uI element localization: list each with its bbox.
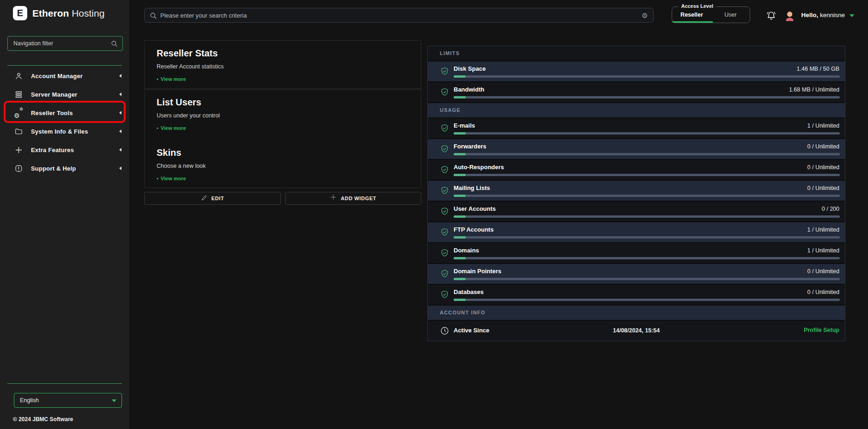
user-avatar[interactable] <box>783 9 796 24</box>
shield-check-icon <box>440 87 449 97</box>
add-widget-button[interactable]: ADD WIDGET <box>285 192 422 205</box>
tab-reseller[interactable]: Reseller <box>672 12 711 18</box>
caret-down-icon <box>112 399 116 402</box>
chevron-left-icon <box>119 74 121 78</box>
global-search-input[interactable] <box>145 8 653 22</box>
shield-check-icon <box>440 269 449 279</box>
shield-check-icon <box>440 248 449 258</box>
panel-section-header: LIMITS <box>428 46 845 61</box>
sidebar-item-reseller-tools[interactable]: ⚙ ⚙ Reseller Tools <box>0 104 129 122</box>
row-value: 1 / Unlimited <box>807 247 839 254</box>
help-icon <box>14 164 23 173</box>
chevron-left-icon <box>119 111 121 115</box>
sidebar-item-account-manager[interactable]: Account Manager <box>0 67 129 85</box>
view-more-link[interactable]: •View more <box>157 76 409 82</box>
view-more-link[interactable]: •View more <box>157 125 409 131</box>
notifications-bell-icon[interactable] <box>765 10 777 24</box>
caret-down-icon[interactable] <box>850 14 854 17</box>
language-value: English <box>20 397 39 404</box>
brand-logo[interactable]: E Etheron Hosting <box>0 0 129 20</box>
row-label: User Accounts <box>454 205 496 212</box>
progress-bar <box>454 174 840 176</box>
widget-title: Skins <box>157 147 409 158</box>
edit-button[interactable]: EDIT <box>144 192 281 205</box>
row-label: Disk Space <box>454 65 486 72</box>
navigation-filter <box>7 36 123 51</box>
sidebar-item-server-manager[interactable]: Server Manager <box>0 85 129 104</box>
pencil-icon <box>201 195 207 202</box>
brand-name: Etheron Hosting <box>32 8 104 19</box>
chevron-left-icon <box>119 148 121 152</box>
access-level-switcher: Access Level Reseller User <box>672 6 750 23</box>
progress-bar <box>454 278 840 280</box>
stat-row: FTP Accounts1 / Unlimited <box>428 222 845 242</box>
row-value: 0 / Unlimited <box>807 164 839 171</box>
stat-row: E-mails1 / Unlimited <box>428 118 845 138</box>
widget-subtitle: Reseller Account statistics <box>157 63 409 70</box>
widget-title: List Users <box>157 97 409 108</box>
shield-check-icon <box>440 290 449 300</box>
sidebar-item-support-help[interactable]: Support & Help <box>0 159 129 178</box>
row-value: 1 / Unlimited <box>807 123 839 129</box>
progress-fill <box>454 278 466 280</box>
user-icon <box>14 71 23 80</box>
progress-bar <box>454 75 840 78</box>
copyright-text: © 2024 JBMC Software <box>13 416 129 423</box>
sidebar-item-system-info-files[interactable]: System Info & Files <box>0 122 129 141</box>
row-label: Mailing Lists <box>454 184 490 191</box>
sidebar: E Etheron Hosting Accoun <box>0 0 129 429</box>
widget-card: List Users Users under your control •Vie… <box>144 89 421 188</box>
sidebar-item-label: Reseller Tools <box>31 110 111 116</box>
sidebar-menu: Account Manager Server Manager ⚙ ⚙ <box>0 67 129 178</box>
progress-bar <box>454 236 840 239</box>
tab-user[interactable]: User <box>711 12 750 18</box>
progress-bar <box>454 195 840 197</box>
language-select[interactable]: English <box>14 393 122 408</box>
row-label: FTP Accounts <box>454 226 494 233</box>
widget-skins: Skins Choose a new look •View more <box>145 137 421 188</box>
row-value: 1.68 MB / Unlimited <box>789 86 839 93</box>
stat-row: Mailing Lists0 / Unlimited <box>428 181 845 201</box>
panel-section-header: ACCOUNT INFO <box>428 306 845 320</box>
progress-bar <box>454 153 840 155</box>
widget-reseller-stats: Reseller Stats Reseller Account statisti… <box>145 41 421 88</box>
search-icon <box>110 40 118 49</box>
row-label: Databases <box>454 288 484 295</box>
progress-bar <box>454 257 840 259</box>
widgets-column: Reseller Stats Reseller Account statisti… <box>144 40 421 341</box>
access-level-legend: Access Level <box>678 3 716 9</box>
sidebar-item-label: Account Manager <box>31 73 111 80</box>
profile-setup-link[interactable]: Profile Setup <box>804 327 839 333</box>
search-settings-gear-icon[interactable]: ⚙ <box>642 11 648 20</box>
sidebar-item-extra-features[interactable]: Extra Features <box>0 141 129 159</box>
row-label: Auto-Responders <box>454 164 504 171</box>
shield-check-icon <box>440 227 449 237</box>
active-since-value: 14/08/2024, 15:54 <box>428 327 845 334</box>
row-label: Domains <box>454 247 479 254</box>
row-label: Forwarders <box>454 143 486 150</box>
sidebar-divider-bottom <box>7 383 122 384</box>
user-greeting[interactable]: Hello, kennisne <box>801 12 845 18</box>
chevron-left-icon <box>119 92 121 96</box>
widget-actions: EDIT ADD WIDGET <box>144 192 421 205</box>
widget-list-users: List Users Users under your control •Vie… <box>145 90 421 137</box>
server-icon <box>14 90 23 99</box>
sidebar-item-label: Server Manager <box>31 91 111 98</box>
shield-check-icon <box>440 144 449 154</box>
stat-row: Domains1 / Unlimited <box>428 243 845 263</box>
topbar: ⚙ Access Level Reseller User <box>144 8 854 24</box>
widget-subtitle: Users under your control <box>157 112 409 119</box>
row-value: 0 / Unlimited <box>807 289 839 295</box>
progress-fill <box>454 75 466 78</box>
gears-icon: ⚙ ⚙ <box>14 108 23 117</box>
progress-fill <box>454 257 466 259</box>
shield-check-icon <box>440 186 449 196</box>
widget-card: Reseller Stats Reseller Account statisti… <box>144 40 421 89</box>
search-icon <box>149 12 158 22</box>
view-more-link[interactable]: •View more <box>157 176 409 181</box>
navigation-filter-input[interactable] <box>8 37 122 50</box>
row-value: 1.46 MB / 50 GB <box>797 66 839 72</box>
sidebar-item-label: Support & Help <box>31 165 111 172</box>
progress-fill <box>454 96 466 98</box>
stat-row: User Accounts0 / 200 <box>428 202 845 221</box>
